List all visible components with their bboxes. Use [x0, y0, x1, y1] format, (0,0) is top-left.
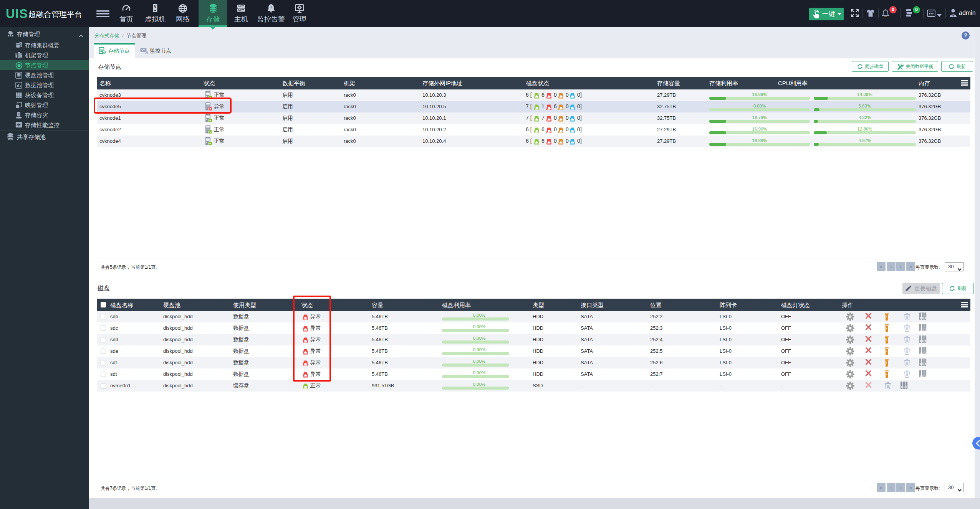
svg-text:V: V [154, 5, 157, 9]
svg-text:!: ! [270, 6, 271, 10]
